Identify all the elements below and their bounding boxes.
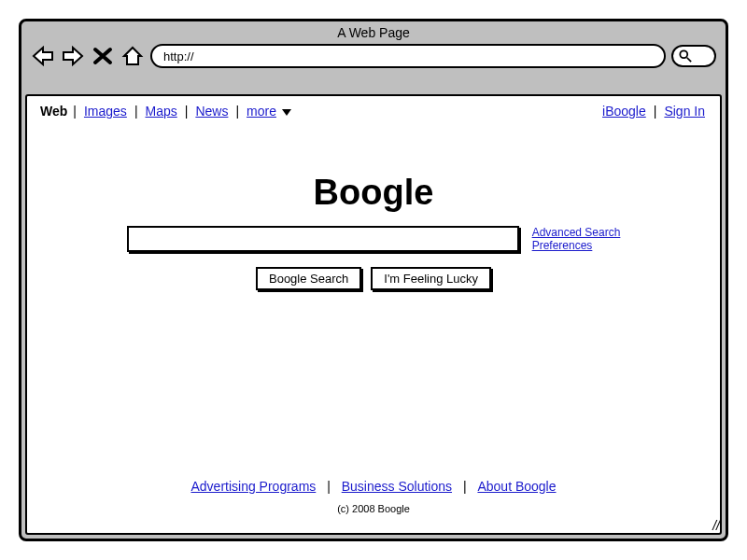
logo: Boogle <box>314 173 434 213</box>
button-row: Boogle Search I'm Feeling Lucky <box>256 267 491 290</box>
preferences-link[interactable]: Preferences <box>532 239 621 252</box>
lucky-button[interactable]: I'm Feeling Lucky <box>371 267 491 290</box>
footer-advertising[interactable]: Advertising Programs <box>189 479 317 494</box>
browser-toolbar: http:// <box>21 42 726 77</box>
copyright: (c) 2008 Boogle <box>27 503 720 514</box>
search-button[interactable]: Boogle Search <box>256 267 361 290</box>
url-bar[interactable]: http:// <box>150 44 666 68</box>
nav-right: iBoogle | Sign In <box>600 104 707 119</box>
home-icon[interactable] <box>120 45 145 67</box>
search-row: Advanced Search Preferences <box>127 226 621 252</box>
window-title: A Web Page <box>21 21 726 42</box>
nav-more[interactable]: more <box>245 104 293 119</box>
svg-line-1 <box>687 58 691 62</box>
search-input[interactable] <box>127 226 519 252</box>
footer-links: Advertising Programs | Business Solution… <box>27 479 720 494</box>
nav-images[interactable]: Images <box>82 104 129 119</box>
main-area: Boogle Advanced Search Preferences Boogl… <box>27 126 720 479</box>
magnifier-icon <box>679 49 692 63</box>
top-nav: Web | Images | Maps | News | more iBoogl… <box>27 96 720 126</box>
footer: Advertising Programs | Business Solution… <box>27 479 720 533</box>
side-links: Advanced Search Preferences <box>532 226 621 252</box>
toolbar-search[interactable] <box>671 45 716 67</box>
nav-signin[interactable]: Sign In <box>662 104 707 119</box>
stop-icon[interactable] <box>91 45 115 67</box>
footer-about[interactable]: About Boogle <box>475 479 557 494</box>
back-icon[interactable] <box>31 45 55 67</box>
url-text: http:// <box>163 49 194 63</box>
nav-left: Web | Images | Maps | News | more <box>40 104 293 119</box>
browser-window: A Web Page http:// Web | Images | Ma <box>19 19 728 541</box>
nav-news[interactable]: News <box>193 104 230 119</box>
forward-icon[interactable] <box>61 45 85 67</box>
footer-business[interactable]: Business Solutions <box>340 479 454 494</box>
page-content: Web | Images | Maps | News | more iBoogl… <box>25 94 722 535</box>
svg-point-0 <box>680 50 687 58</box>
chevron-down-icon <box>282 109 291 116</box>
resize-grip-icon[interactable]: // <box>712 518 720 533</box>
advanced-search-link[interactable]: Advanced Search <box>532 226 621 239</box>
nav-current[interactable]: Web <box>40 104 67 119</box>
nav-iboogle[interactable]: iBoogle <box>600 104 648 119</box>
nav-maps[interactable]: Maps <box>144 104 179 119</box>
